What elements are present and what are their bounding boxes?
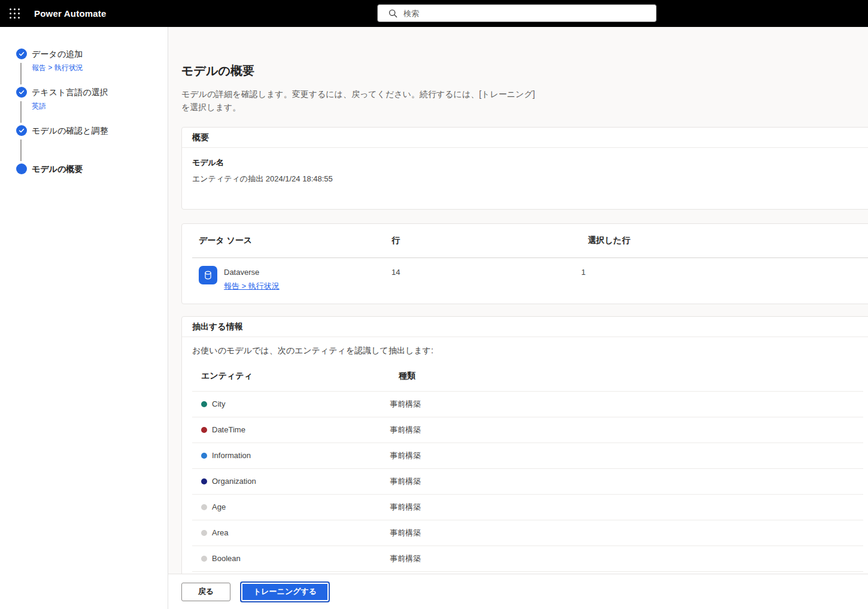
overview-card: 概要 モデル名 エンティティの抽出 2024/1/24 18:48:55 [181, 127, 868, 210]
entity-name: DateTime [212, 425, 245, 434]
top-app-bar: Power Automate [0, 0, 868, 27]
page-title: モデルの概要 [181, 63, 868, 79]
page-description: モデルの詳細を確認します。変更するには、戻ってください。続行するには、[トレーニ… [181, 87, 536, 114]
entity-type: 事前構築 [390, 443, 863, 468]
entity-color-dot [201, 478, 207, 484]
extract-info-card-title: 抽出する情報 [182, 317, 868, 337]
step-completed-icon [16, 87, 27, 98]
entity-row: Area 事前構築 [192, 520, 863, 546]
search-box[interactable] [377, 4, 657, 22]
entity-row: City 事前構築 [192, 391, 863, 417]
step-sublink-language[interactable]: 英語 [32, 101, 46, 111]
datasource-selected-rows-value: 1 [581, 257, 868, 304]
entity-name: Age [212, 502, 226, 511]
entity-name: Area [212, 528, 228, 537]
datasource-table-link[interactable]: 報告 > 執行状況 [224, 281, 280, 292]
entity-row: Age 事前構築 [192, 494, 863, 520]
step-sublink-table[interactable]: 報告 > 執行状況 [32, 63, 83, 73]
step-add-data[interactable]: データの追加 報告 > 執行状況 [0, 49, 168, 87]
step-review-adjust-model[interactable]: モデルの確認と調整 [0, 125, 168, 163]
datasource-card: データ ソース 行 選択した行 [181, 223, 868, 304]
entity-type: 事前構築 [390, 494, 863, 520]
datasource-row: Dataverse 報告 > 執行状況 14 1 [192, 257, 868, 304]
step-completed-icon [16, 49, 27, 59]
step-model-summary[interactable]: モデルの概要 [0, 163, 168, 202]
wizard-footer: 戻る トレーニングする [168, 574, 868, 609]
col-entity: エンティティ [192, 361, 390, 391]
datasource-name: Dataverse [224, 268, 280, 277]
entity-color-dot [201, 453, 207, 459]
waffle-grid [10, 8, 20, 19]
wizard-stepper-sidebar: データの追加 報告 > 執行状況 テキスト言語の選択 英語 モデルの確認と調整 … [0, 27, 168, 609]
entity-header-row: エンティティ 種類 [192, 361, 863, 391]
search-input[interactable] [403, 9, 650, 18]
entity-row: Information 事前構築 [192, 443, 863, 468]
step-select-language[interactable]: テキスト言語の選択 英語 [0, 87, 168, 125]
col-type: 種類 [390, 361, 863, 391]
entity-color-dot [201, 504, 207, 510]
entity-type: 事前構築 [390, 546, 863, 571]
entity-row: Boolean 事前構築 [192, 546, 863, 571]
search-icon [389, 9, 397, 18]
step-label: データの追加 [32, 49, 168, 59]
overview-card-title: 概要 [182, 128, 868, 148]
model-name-value: エンティティの抽出 2024/1/24 18:48:55 [192, 174, 863, 184]
extract-info-card: 抽出する情報 お使いのモデルでは、次のエンティティを認識して抽出します: エンテ… [181, 316, 868, 609]
entity-color-dot [201, 427, 207, 433]
col-selected-rows: 選択した行 [581, 224, 868, 257]
entity-color-dot [201, 530, 207, 536]
model-name-label: モデル名 [192, 157, 863, 168]
step-label: テキスト言語の選択 [32, 87, 168, 98]
extract-info-description: お使いのモデルでは、次のエンティティを認識して抽出します: [182, 337, 868, 356]
train-button[interactable]: トレーニングする [240, 581, 330, 602]
entity-name: Organization [212, 477, 256, 486]
entity-type: 事前構築 [390, 468, 863, 494]
col-datasource: データ ソース [192, 224, 391, 257]
entity-name: City [212, 399, 225, 408]
back-button[interactable]: 戻る [181, 583, 230, 601]
datasource-rows-value: 14 [391, 257, 581, 304]
step-current-icon [16, 163, 27, 174]
entity-type: 事前構築 [390, 417, 863, 443]
dataverse-icon [199, 266, 217, 284]
main-content: モデルの概要 モデルの詳細を確認します。変更するには、戻ってください。続行するに… [168, 27, 868, 609]
entity-row: Organization 事前構築 [192, 468, 863, 494]
entity-color-dot [201, 401, 207, 407]
step-label: モデルの概要 [32, 163, 168, 174]
datasource-header-row: データ ソース 行 選択した行 [192, 224, 868, 257]
entity-type: 事前構築 [390, 520, 863, 546]
step-label: モデルの確認と調整 [32, 125, 168, 136]
entity-name: Information [212, 451, 251, 460]
entity-row: DateTime 事前構築 [192, 417, 863, 443]
entity-color-dot [201, 556, 207, 562]
app-title: Power Automate [34, 8, 107, 19]
entity-type: 事前構築 [390, 391, 863, 417]
waffle-menu-icon[interactable] [0, 0, 29, 27]
col-rows: 行 [391, 224, 581, 257]
entity-name: Boolean [212, 554, 241, 563]
step-completed-icon [16, 125, 27, 136]
